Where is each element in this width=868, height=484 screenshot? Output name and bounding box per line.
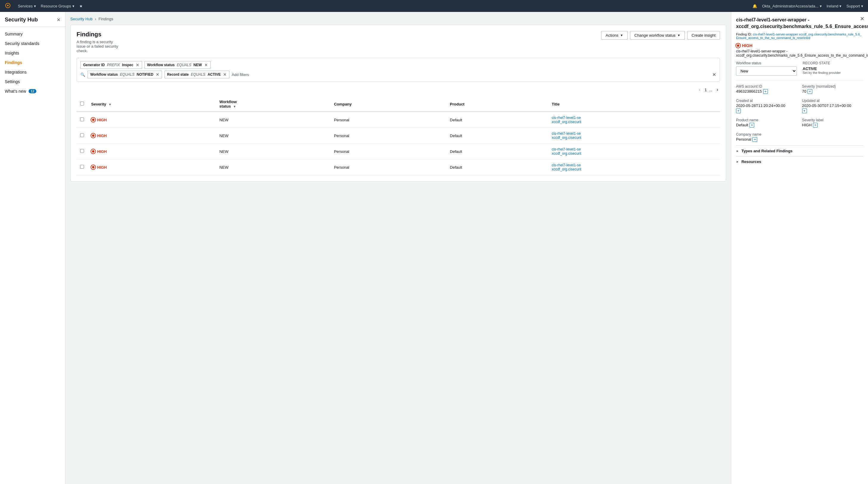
row-2-title-link[interactable]: cis-rhel7-level1-se <box>552 131 716 135</box>
table-row[interactable]: HIGH NEW Personal Default cis-rhel7-leve… <box>76 159 720 175</box>
row-4-title-link-2[interactable]: xccdf_org.cisecurit <box>552 167 716 171</box>
sidebar-close-button[interactable]: ✕ <box>57 17 60 23</box>
top-nav: ☉ Services ▾ Resource Groups ▾ ★ 🔔 Okta_… <box>0 0 868 12</box>
resource-groups-nav[interactable]: Resource Groups ▾ <box>41 4 74 8</box>
row-4-title-link[interactable]: cis-rhel7-level1-se <box>552 163 716 167</box>
row-3-product: Default <box>446 144 548 159</box>
filter-chip-record-state[interactable]: Record state EQUALS ACTIVE ✕ <box>164 71 229 79</box>
table-row[interactable]: HIGH NEW Personal Default cis-rhel7-leve… <box>76 144 720 159</box>
row-2-title[interactable]: cis-rhel7-level1-se xccdf_org.cisecurit <box>548 128 720 144</box>
updated-at-plus-button[interactable]: + <box>802 109 807 113</box>
detail-workflow-col: Workflow status New Notified Resolved Su… <box>736 61 797 76</box>
filters-row-2: 🔍 Workflow status EQUALS NOTIFIED ✕ Reco… <box>81 71 716 79</box>
row-1-product: Default <box>446 112 548 128</box>
row-4-checkbox-cell <box>76 159 88 175</box>
whats-new-label: What's new <box>5 89 26 94</box>
detail-severity-badge: HIGH <box>736 43 863 48</box>
sidebar-item-summary[interactable]: Summary <box>0 29 65 39</box>
workflow-status-col-header[interactable]: Workflowstatus ▼ <box>216 96 331 112</box>
row-2-checkbox[interactable] <box>80 133 84 137</box>
row-2-title-link-2[interactable]: xccdf_org.cisecurit <box>552 135 716 140</box>
change-workflow-button[interactable]: Change workflow status ▼ <box>630 31 685 40</box>
workflow-status-select[interactable]: New Notified Resolved Suppressed <box>736 66 797 76</box>
row-1-checkbox[interactable] <box>80 117 84 121</box>
support-menu[interactable]: Support ▾ <box>846 4 863 8</box>
findings-table: Severity ▼ Workflowstatus ▼ Company Prod… <box>76 96 720 175</box>
breadcrumb-parent[interactable]: Security Hub <box>70 17 92 21</box>
resources-expand[interactable]: ► Resources <box>736 156 863 167</box>
pagination-next-button[interactable]: › <box>715 86 720 93</box>
high-severity-dot-3 <box>91 149 95 153</box>
detail-severity-label: HIGH <box>742 43 752 48</box>
notification-icon[interactable]: 🔔 <box>752 4 757 8</box>
row-4-checkbox[interactable] <box>80 165 84 169</box>
filter-chip-workflow-notified[interactable]: Workflow status EQUALS NOTIFIED ✕ <box>88 71 162 79</box>
company-name-label: Company name <box>736 132 797 137</box>
table-row[interactable]: HIGH NEW Personal Default cis-rhel7-leve… <box>76 112 720 128</box>
findings-title: Findings <box>76 31 118 38</box>
remove-filter-workflow-new[interactable]: ✕ <box>204 63 208 67</box>
types-related-findings-label: Types and Related Findings <box>741 149 793 153</box>
detail-panel-close-button[interactable]: ✕ <box>860 16 864 22</box>
table-body: HIGH NEW Personal Default cis-rhel7-leve… <box>76 112 720 175</box>
severity-col-header[interactable]: Severity ▼ <box>88 96 216 112</box>
sidebar: Security Hub ✕ Summary Security standard… <box>0 12 65 484</box>
aws-account-id-plus-button[interactable]: + <box>763 89 768 94</box>
account-menu[interactable]: Okta_AdministratorAccess/ada... ▾ <box>762 4 822 8</box>
sidebar-item-integrations[interactable]: Integrations <box>0 67 65 77</box>
clear-all-filters-button[interactable]: ✕ <box>712 72 716 78</box>
workflow-status-label: Workflow status <box>736 61 797 65</box>
services-label: Services <box>18 4 33 8</box>
row-4-title[interactable]: cis-rhel7-level1-se xccdf_org.cisecurit <box>548 159 720 175</box>
sidebar-header: Security Hub ✕ <box>0 12 65 27</box>
account-chevron-icon: ▾ <box>820 4 822 8</box>
remove-filter-generator-id[interactable]: ✕ <box>136 63 140 67</box>
filters-container: Generator ID PREFIX Inspec ✕ Workflow st… <box>76 58 720 82</box>
aws-account-id-label: AWS account ID <box>736 84 797 89</box>
bookmark-icon[interactable]: ★ <box>79 4 83 8</box>
aws-logo: ☉ <box>5 2 11 10</box>
pagination-prev-button[interactable]: ‹ <box>697 86 702 93</box>
product-name-plus-button[interactable]: + <box>749 123 754 127</box>
remove-filter-workflow-notified[interactable]: ✕ <box>156 72 159 77</box>
add-filters-input[interactable]: Add filters <box>232 72 249 77</box>
table-row[interactable]: HIGH NEW Personal Default cis-rhel7-leve… <box>76 128 720 144</box>
company-name-item: Company name Personal + <box>736 132 797 142</box>
severity-sort-icon: ▼ <box>108 103 112 106</box>
company-name-plus-button[interactable]: + <box>752 137 757 142</box>
remove-filter-record-state[interactable]: ✕ <box>223 72 227 77</box>
row-3-title[interactable]: cis-rhel7-level1-se xccdf_org.cisecurit <box>548 144 720 159</box>
company-name-value: Personal + <box>736 137 797 142</box>
row-1-title[interactable]: cis-rhel7-level1-se xccdf_org.cisecurit <box>548 112 720 128</box>
row-1-title-link[interactable]: cis-rhel7-level1-se <box>552 116 716 120</box>
actions-label: Actions <box>606 33 618 37</box>
severity-label-plus-button[interactable]: + <box>813 123 818 127</box>
finding-id-label: Finding ID: <box>736 32 753 36</box>
create-insight-button[interactable]: Create insight <box>687 31 720 40</box>
created-at-plus-button[interactable]: + <box>736 109 741 113</box>
filter-chip-workflow-new[interactable]: Workflow status EQUALS NEW ✕ <box>145 61 211 69</box>
region-menu[interactable]: Ireland ▾ <box>827 4 842 8</box>
sidebar-item-insights[interactable]: Insights <box>0 48 65 58</box>
sidebar-item-security-standards[interactable]: Security standards <box>0 39 65 48</box>
filter-chip-generator-id[interactable]: Generator ID PREFIX Inspec ✕ <box>81 61 142 69</box>
select-all-checkbox[interactable] <box>80 102 84 105</box>
findings-description: A finding is a security issue or a faile… <box>76 40 118 53</box>
sidebar-item-findings[interactable]: Findings <box>0 58 65 67</box>
severity-normalized-plus-button[interactable]: + <box>808 89 812 94</box>
row-3-title-link[interactable]: cis-rhel7-level1-se <box>552 147 716 151</box>
row-1-title-link-2[interactable]: xccdf_org.cisecurit <box>552 120 716 124</box>
sidebar-item-settings[interactable]: Settings <box>0 77 65 86</box>
actions-button[interactable]: Actions ▼ <box>601 31 628 40</box>
product-name-value: Default + <box>736 123 797 127</box>
row-3-title-link-2[interactable]: xccdf_org.cisecurit <box>552 151 716 156</box>
row-3-severity: HIGH <box>88 144 216 159</box>
finding-id-link[interactable]: cis-rhel7-level1-server-wrapper xccdf_or… <box>736 32 862 40</box>
create-insight-label: Create insight <box>692 33 715 37</box>
types-related-findings-expand[interactable]: ► Types and Related Findings <box>736 146 863 156</box>
services-nav[interactable]: Services ▾ <box>18 4 36 8</box>
sidebar-item-whats-new[interactable]: What's new 12 <box>0 86 65 96</box>
severity-label: HIGH <box>97 118 107 122</box>
row-3-checkbox[interactable] <box>80 149 84 153</box>
detail-meta-grid: AWS account ID 496323866215 + Severity (… <box>736 84 863 142</box>
